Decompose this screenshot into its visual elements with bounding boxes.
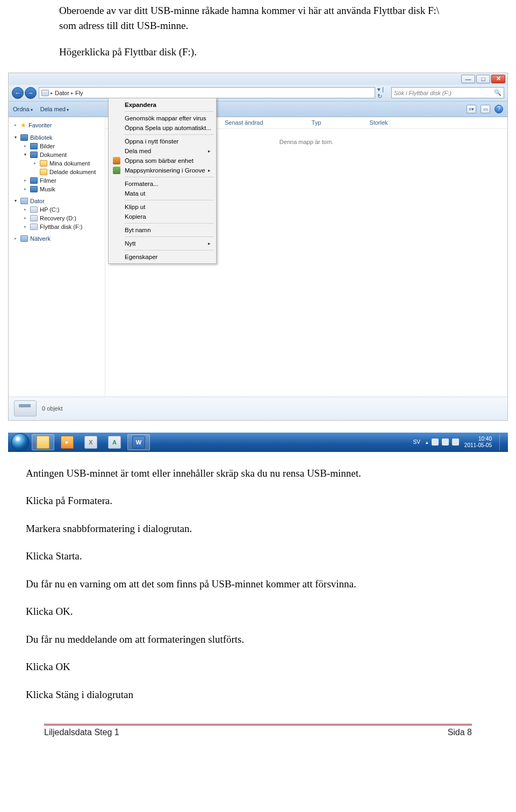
ctx-copy[interactable]: Kopiera [110, 212, 215, 221]
breadcrumb[interactable]: ▸ Dator ▸ Fly [39, 87, 375, 98]
sidebar-item-drive-d[interactable]: Recovery (D:) [40, 215, 76, 221]
body-paragraph-4: Klicka Starta. [26, 549, 457, 564]
minimize-button[interactable]: — [461, 75, 475, 83]
ctx-share-with[interactable]: Dela med [110, 146, 215, 156]
ctx-new[interactable]: Nytt [110, 239, 215, 248]
organize-button[interactable]: Ordna [13, 106, 33, 112]
column-size[interactable]: Storlek [369, 119, 388, 126]
star-icon: ★ [20, 121, 26, 129]
tray-chevron-icon[interactable]: ▴ [426, 440, 428, 445]
ctx-format[interactable]: Formatera... [110, 179, 215, 189]
sidebar-item-shareddocs[interactable]: Delade dokument [49, 169, 96, 175]
sidebar-item-libraries[interactable]: Bibliotek [30, 134, 53, 141]
sidebar-item-favorites[interactable]: Favoriter [28, 122, 52, 128]
body-paragraph-5: Du får nu en varning om att det som finn… [26, 577, 457, 592]
column-type[interactable]: Typ [312, 119, 321, 126]
body-paragraph-1: Antingen USB-minnet är tomt eller innehå… [26, 466, 457, 481]
taskbar-item-explorer[interactable] [32, 434, 54, 450]
ctx-scan[interactable]: Genomsök mappar efter virus [110, 113, 215, 123]
footer-right: Sida 8 [448, 728, 472, 737]
tray-volume-icon[interactable] [452, 439, 459, 445]
body-paragraph-6: Klicka OK. [26, 604, 457, 619]
explorer-toolbar: Ordna Dela med ≡▾ ▭ ? [9, 101, 507, 117]
status-text: 0 objekt [42, 405, 63, 412]
taskbar-item-app1[interactable]: X [80, 434, 102, 450]
library-icon [30, 152, 38, 158]
breadcrumb-seg-1[interactable]: Dator [55, 90, 69, 96]
sidebar-item-documents[interactable]: Dokument [40, 152, 67, 158]
search-placeholder: Sök i Flyttbar disk (F:) [394, 90, 452, 96]
folder-icon [40, 160, 47, 167]
sidebar-item-drive-c[interactable]: HP (C:) [40, 206, 59, 213]
clock-date: 2011-05-05 [464, 442, 492, 449]
body-paragraph-2: Klicka på Formatera. [26, 493, 457, 508]
computer-icon [20, 198, 28, 204]
taskbar-item-media[interactable]: ▸ [56, 434, 78, 450]
search-icon: 🔍 [494, 89, 501, 96]
app-icon: X [84, 436, 97, 449]
tray-icon[interactable] [442, 439, 449, 445]
nav-back-button[interactable]: ← [12, 87, 24, 99]
address-bar: ← → ▸ Dator ▸ Fly ▾ | ↻ Sök i Flyttbar d… [9, 85, 507, 101]
sidebar-item-computer[interactable]: Dator [30, 198, 45, 204]
share-with-button[interactable]: Dela med [40, 106, 69, 112]
folder-icon [37, 436, 49, 449]
drive-icon [30, 206, 38, 213]
ctx-open-portable[interactable]: Öppna som bärbar enhet [110, 156, 215, 166]
taskbar: ▸ X A W SV ▴ 10:40 2011-05-05 [8, 433, 508, 452]
help-button[interactable]: ? [494, 105, 503, 113]
explorer-screenshot: — □ ✕ ← → ▸ Dator ▸ Fly ▾ | ↻ Sök i Flyt… [8, 73, 508, 421]
start-button[interactable] [11, 433, 30, 451]
folder-icon [40, 169, 47, 175]
intro-paragraph-2: Högerklicka på Flyttbar disk (F:). [59, 45, 457, 60]
nav-forward-button[interactable]: → [25, 87, 37, 99]
sidebar-item-network[interactable]: Nätverk [30, 235, 51, 242]
status-bar: 0 objekt [9, 397, 507, 420]
view-options-button[interactable]: ≡▾ [467, 105, 476, 113]
media-player-icon: ▸ [61, 436, 74, 449]
word-icon: W [132, 436, 145, 449]
breadcrumb-seg-2[interactable]: Fly [75, 90, 83, 96]
maximize-button[interactable]: □ [476, 75, 490, 83]
body-paragraph-9: Klicka Stäng i dialogrutan [26, 687, 457, 702]
taskbar-clock[interactable]: 10:40 2011-05-05 [464, 436, 492, 449]
library-icon [20, 134, 28, 141]
ctx-cut[interactable]: Klipp ut [110, 202, 215, 212]
close-button[interactable]: ✕ [491, 75, 505, 83]
sidebar-item-pictures[interactable]: Bilder [40, 143, 55, 149]
column-modified[interactable]: Senast ändrad [225, 119, 263, 126]
refresh-split-button[interactable]: ▾ | ↻ [377, 86, 389, 100]
footer-left: Liljedalsdata Steg 1 [44, 728, 119, 737]
groove-sync-icon [113, 167, 120, 174]
language-indicator[interactable]: SV [413, 439, 420, 445]
taskbar-item-word[interactable]: W [127, 434, 150, 450]
ctx-eject[interactable]: Mata ut [110, 189, 215, 198]
ctx-groove-sync[interactable]: Mappsynkronisering i Groove [110, 166, 215, 175]
sidebar-item-mydocs[interactable]: Mina dokument [49, 160, 90, 167]
search-input[interactable]: Sök i Flyttbar disk (F:) 🔍 [391, 87, 504, 98]
tray-icon[interactable] [432, 439, 439, 445]
sidebar-item-music[interactable]: Musik [40, 186, 55, 192]
preview-pane-button[interactable]: ▭ [481, 105, 490, 113]
page-footer: Liljedalsdata Steg 1 Sida 8 [44, 724, 472, 737]
window-titlebar: — □ ✕ [9, 73, 507, 85]
app-icon: A [108, 436, 121, 449]
ctx-properties[interactable]: Egenskaper [110, 252, 215, 262]
system-tray: SV ▴ 10:40 2011-05-05 [413, 434, 505, 450]
intro-paragraph-1: Oberoende av var ditt USB-minne råkade h… [59, 3, 457, 33]
navigation-pane: ★Favoriter Bibliotek Bilder Dokument Min… [9, 117, 105, 397]
library-icon [30, 143, 38, 149]
chevron-right-icon: ▸ [51, 90, 53, 96]
taskbar-item-app2[interactable]: A [104, 434, 125, 450]
sidebar-item-drive-f[interactable]: Flyttbar disk (F:) [40, 224, 82, 230]
ctx-expand[interactable]: Expandera [110, 100, 215, 110]
drive-icon [30, 224, 38, 230]
network-icon [20, 235, 28, 242]
sidebar-item-videos[interactable]: Filmer [40, 177, 56, 184]
library-icon [30, 177, 38, 184]
ctx-new-window[interactable]: Öppna i nytt fönster [110, 136, 215, 146]
ctx-rename[interactable]: Byt namn [110, 225, 215, 235]
portable-device-icon [113, 157, 120, 164]
show-desktop-button[interactable] [499, 434, 505, 450]
ctx-autoplay[interactable]: Öppna Spela upp automatiskt... [110, 123, 215, 133]
